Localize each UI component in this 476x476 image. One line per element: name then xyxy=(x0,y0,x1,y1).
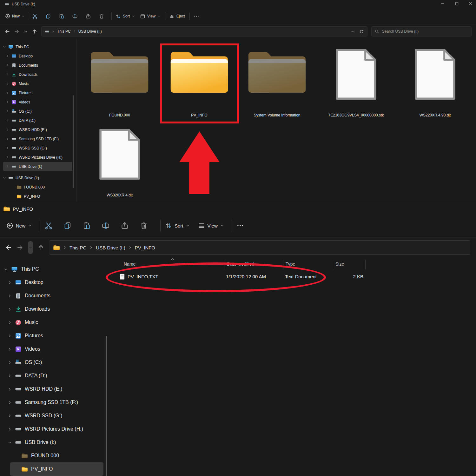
separator xyxy=(28,12,28,20)
sidebar-item-music[interactable]: Music xyxy=(3,79,72,88)
sidebar-item-wsrd-pictures-h[interactable]: WSRD Pictures Drive (H:) xyxy=(3,153,72,162)
new-button[interactable]: New xyxy=(6,222,32,229)
sidebar-item-pv-info[interactable]: PV_INFO xyxy=(10,462,103,476)
back-button[interactable] xyxy=(4,29,10,34)
rename-button[interactable] xyxy=(72,13,78,19)
delete-button[interactable] xyxy=(99,13,104,19)
column-header-date-modified[interactable]: Date modified xyxy=(227,261,254,267)
tab-title: PV_INFO xyxy=(13,206,33,212)
paste-button[interactable] xyxy=(59,13,64,19)
breadcrumb-this-pc[interactable]: This PC xyxy=(69,245,86,250)
folder-icon xyxy=(53,245,60,251)
delete-button[interactable] xyxy=(140,221,148,230)
sidebar-item-wsrd-ssd-g[interactable]: WSRD SSD (G:) xyxy=(4,409,103,422)
sidebar-item-this-pc[interactable]: This PC xyxy=(0,42,72,51)
file-item-ws220xr[interactable]: WS220XR.4.93.djt xyxy=(399,44,472,117)
view-button[interactable]: View xyxy=(140,14,161,19)
share-button[interactable] xyxy=(121,221,129,230)
close-button[interactable] xyxy=(468,1,473,6)
column-separator[interactable] xyxy=(283,260,283,269)
file-item-stk[interactable]: 7E2163OG9VLS4_00000000.stk xyxy=(320,44,393,117)
sidebar-item-videos[interactable]: Videos xyxy=(4,342,103,356)
sidebar-item-music[interactable]: Music xyxy=(4,316,103,329)
breadcrumb-this-pc[interactable]: This PC xyxy=(57,29,71,34)
eject-button[interactable]: Eject xyxy=(169,14,185,19)
sidebar-item-data-d[interactable]: DATA (D:) xyxy=(4,369,103,382)
forward-button[interactable] xyxy=(17,244,23,251)
breadcrumb-pv-info[interactable]: PV_INFO xyxy=(135,245,155,250)
file-size: 2 KB xyxy=(317,274,363,279)
tab-pv-info[interactable]: PV_INFO xyxy=(0,203,33,214)
cut-button[interactable] xyxy=(44,221,53,230)
column-separator[interactable] xyxy=(224,260,224,269)
sidebar-item-samsung-ssd-f[interactable]: Samsung SSD 1TB (F:) xyxy=(4,396,103,409)
sidebar-item-pv-info[interactable]: PV_INFO xyxy=(8,192,72,201)
sidebar-scrollbar[interactable] xyxy=(106,336,107,476)
sidebar-item-documents[interactable]: Documents xyxy=(3,61,72,70)
breadcrumb-usb-drive[interactable]: USB Drive (I:) xyxy=(96,245,125,250)
file-item-pv-info[interactable]: PV_INFO xyxy=(163,44,236,117)
up-button[interactable] xyxy=(37,244,44,251)
annotation-arrow-up xyxy=(179,131,220,194)
recent-locations-button[interactable] xyxy=(28,241,33,254)
copy-button[interactable] xyxy=(63,221,72,230)
sidebar-item-videos[interactable]: Videos xyxy=(3,97,72,107)
cut-button[interactable] xyxy=(32,13,38,19)
column-header-type[interactable]: Type xyxy=(286,261,295,267)
address-dropdown-button[interactable] xyxy=(351,30,354,33)
sidebar-item-wsrd-hdd-e[interactable]: WSRD HDD (E:) xyxy=(4,382,103,396)
breadcrumb-usb-drive[interactable]: USB Drive (I:) xyxy=(78,29,102,34)
sidebar-item-found000[interactable]: FOUND.000 xyxy=(8,182,72,192)
breadcrumb: This PC USB Drive (I:) xyxy=(41,26,367,36)
sidebar-item-os-c[interactable]: OS (C:) xyxy=(4,356,103,369)
sidebar-item-wsrd-hdd-e[interactable]: WSRD HDD (E:) xyxy=(3,125,72,134)
file-item-found000[interactable]: FOUND.000 xyxy=(83,44,156,117)
column-header-size[interactable]: Size xyxy=(335,261,344,267)
sidebar-scrollbar[interactable] xyxy=(73,95,74,188)
sidebar-item-usb-drive-i[interactable]: USB Drive (I:) xyxy=(4,436,103,449)
sidebar-item-downloads[interactable]: Downloads xyxy=(4,302,103,316)
sidebar-item-found000[interactable]: FOUND.000 xyxy=(10,449,103,462)
share-button[interactable] xyxy=(85,13,91,19)
sidebar-item-downloads[interactable]: Downloads xyxy=(3,70,72,79)
maximize-button[interactable] xyxy=(454,1,459,6)
new-button[interactable]: New xyxy=(5,14,25,19)
more-button[interactable] xyxy=(236,222,244,229)
forward-button[interactable] xyxy=(14,29,20,34)
sidebar-item-wsrd-pictures-h[interactable]: WSRD Pictures Drive (H:) xyxy=(4,422,103,436)
sidebar-item-usb-drive-i[interactable]: USB Drive (I:) xyxy=(3,162,72,171)
file-item-ws320xr[interactable]: WS320XR.4.djt xyxy=(83,124,156,197)
column-separator[interactable] xyxy=(333,260,333,269)
sidebar-item-desktop[interactable]: Desktop xyxy=(3,51,72,61)
file-item-system-volume-information[interactable]: System Volume Information xyxy=(241,44,314,117)
sidebar-item-samsung-ssd-f[interactable]: Samsung SSD 1TB (F:) xyxy=(3,134,72,143)
plus-circle-icon xyxy=(6,222,13,229)
sidebar-item-usb-drive-i-root[interactable]: USB Drive (I:) xyxy=(0,173,72,182)
copy-button[interactable] xyxy=(45,13,51,19)
sidebar-item-this-pc[interactable]: This PC xyxy=(0,262,103,276)
sidebar-item-os-c[interactable]: OS (C:) xyxy=(3,107,72,116)
more-button[interactable] xyxy=(194,13,199,19)
sidebar-item-wsrd-ssd-g[interactable]: WSRD SSD (G:) xyxy=(3,143,72,153)
back-button[interactable] xyxy=(5,244,12,251)
refresh-button[interactable] xyxy=(359,29,364,34)
search-input[interactable] xyxy=(381,29,468,34)
column-separator[interactable] xyxy=(365,260,366,269)
sidebar-item-desktop[interactable]: Desktop xyxy=(4,276,103,289)
paste-button[interactable] xyxy=(83,221,91,230)
file-row-pv-info-txt[interactable]: PV_INFO.TXT 1/1/2020 12:00 AM Text Docum… xyxy=(114,270,476,285)
minimize-button[interactable] xyxy=(440,1,446,6)
sidebar-item-pictures[interactable]: Pictures xyxy=(3,88,72,97)
sidebar-item-data-d[interactable]: DATA (D:) xyxy=(3,116,72,125)
navigation-pane: This PC Desktop Documents Downloads Musi… xyxy=(0,42,74,201)
up-button[interactable] xyxy=(32,29,37,34)
sidebar-item-pictures[interactable]: Pictures xyxy=(4,329,103,342)
rename-button[interactable] xyxy=(102,221,110,230)
chevron-down-icon xyxy=(157,15,161,18)
view-button[interactable]: View xyxy=(198,222,224,229)
sidebar-item-documents[interactable]: Documents xyxy=(4,289,103,302)
sort-button[interactable]: Sort xyxy=(165,222,190,229)
column-header-name[interactable]: Name xyxy=(124,261,136,267)
sort-button[interactable]: Sort xyxy=(116,14,135,19)
recent-locations-button[interactable] xyxy=(23,29,28,34)
